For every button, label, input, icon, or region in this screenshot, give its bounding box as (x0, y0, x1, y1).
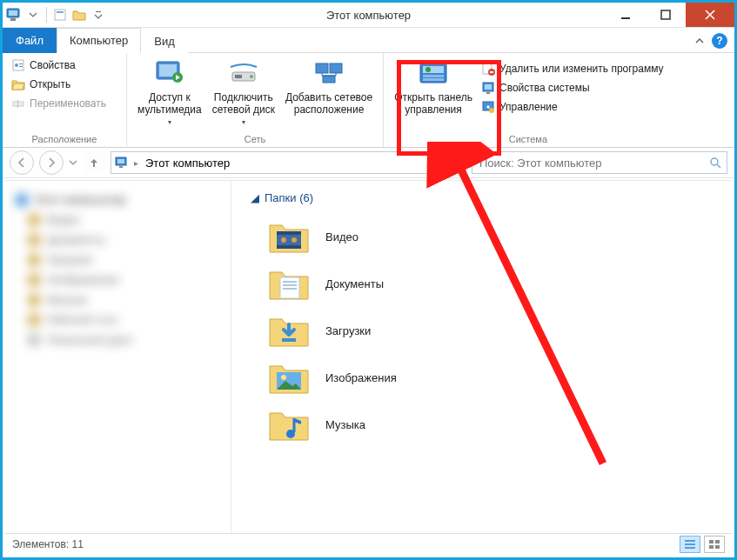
tab-view[interactable]: Вид (141, 29, 188, 53)
search-box[interactable] (472, 151, 727, 174)
search-input[interactable] (478, 156, 704, 170)
svg-rect-59 (715, 545, 720, 549)
tab-computer[interactable]: Компьютер (57, 28, 141, 53)
svg-rect-46 (283, 281, 297, 283)
refresh-icon[interactable] (443, 157, 462, 169)
svg-rect-57 (715, 540, 720, 543)
folder-item[interactable]: Видео (242, 213, 721, 260)
svg-rect-58 (709, 545, 714, 549)
svg-rect-10 (19, 63, 23, 64)
folder-item[interactable]: Загрузки (242, 307, 721, 354)
svg-rect-4 (57, 11, 64, 13)
svg-rect-33 (486, 92, 490, 94)
minimize-button[interactable] (606, 3, 646, 27)
folder-label: Документы (325, 277, 384, 290)
manage-button[interactable]: Управление (478, 98, 667, 116)
folder-item[interactable]: Документы (242, 260, 721, 307)
view-details-button[interactable] (680, 536, 700, 553)
svg-rect-7 (661, 10, 670, 19)
svg-point-51 (281, 375, 286, 380)
svg-rect-42 (277, 245, 301, 249)
svg-rect-13 (17, 100, 18, 108)
control-panel-icon (419, 58, 448, 88)
media-access-button[interactable]: Доступ к мультимедиа ▾ (132, 55, 207, 129)
svg-rect-26 (423, 75, 444, 77)
folder-music-icon (268, 406, 310, 443)
chevron-down-icon: ▾ (168, 117, 171, 129)
qat-dropdown-icon[interactable] (90, 7, 106, 23)
svg-rect-18 (235, 75, 242, 78)
folder-label: Видео (325, 230, 358, 243)
network-location-icon (314, 58, 344, 88)
maximize-button[interactable] (646, 3, 686, 27)
svg-point-44 (291, 237, 297, 243)
this-pc-icon (115, 157, 129, 169)
svg-rect-54 (685, 543, 695, 545)
svg-rect-6 (621, 17, 630, 19)
svg-rect-55 (685, 547, 695, 549)
close-button[interactable] (686, 3, 734, 27)
folder-item[interactable]: Музыка (242, 401, 721, 448)
tab-file[interactable]: Файл (3, 28, 57, 53)
svg-rect-1 (9, 10, 17, 16)
svg-point-9 (15, 63, 18, 67)
folder-pictures-icon (268, 359, 310, 396)
nav-back-button[interactable] (10, 150, 34, 175)
folder-videos-icon (268, 218, 310, 255)
open-control-panel-button[interactable]: Открыть панель управления (389, 55, 478, 116)
quick-access-dropdown[interactable] (25, 7, 41, 23)
this-pc-icon (6, 7, 22, 23)
properties-button[interactable]: Свойства (8, 57, 110, 74)
group-system-label: Система (389, 132, 667, 146)
rename-button: Переименовать (8, 95, 110, 112)
folders-section-header[interactable]: ◢ Папки (6) (251, 191, 721, 204)
chevron-down-icon: ▾ (242, 117, 245, 129)
view-large-icons-button[interactable] (704, 536, 725, 553)
svg-rect-49 (282, 338, 296, 342)
help-icon[interactable]: ? (712, 33, 727, 49)
open-button[interactable]: Открыть (8, 76, 110, 93)
svg-point-43 (281, 237, 286, 243)
address-input[interactable] (144, 156, 424, 170)
svg-rect-30 (490, 71, 493, 73)
folder-label: Изображения (325, 371, 397, 384)
address-dropdown-icon[interactable] (429, 158, 438, 167)
svg-rect-22 (323, 76, 335, 83)
breadcrumb-chevron-icon[interactable]: ▸ (134, 158, 138, 168)
system-properties-button[interactable]: Свойства системы (478, 79, 667, 97)
collapse-arrow-icon[interactable]: ◢ (251, 191, 259, 204)
folder-documents-icon (268, 265, 310, 302)
group-network-label: Сеть (132, 132, 378, 146)
svg-point-35 (489, 108, 494, 113)
group-location-label: Расположение (8, 132, 121, 146)
svg-point-25 (425, 67, 431, 72)
folder-item[interactable]: Изображения (242, 354, 721, 401)
map-drive-button[interactable]: Подключить сетевой диск ▾ (207, 55, 280, 129)
nav-up-button[interactable] (83, 151, 105, 174)
drive-icon (229, 58, 258, 88)
qat-properties-icon[interactable] (52, 7, 68, 23)
search-icon[interactable] (709, 157, 721, 169)
media-icon (155, 58, 184, 88)
svg-rect-20 (316, 63, 328, 73)
svg-point-52 (286, 430, 295, 438)
navigation-pane[interactable]: Этот компьютер Видео Документы Загрузки … (5, 181, 231, 534)
content-pane[interactable]: ◢ Папки (6) Видео Документы Загрузки Изо… (231, 181, 732, 534)
add-network-location-button[interactable]: Добавить сетевое расположение (280, 55, 378, 116)
svg-rect-48 (283, 288, 297, 290)
svg-point-19 (250, 75, 253, 78)
svg-rect-37 (117, 159, 124, 163)
address-bar[interactable]: ▸ (111, 151, 466, 174)
svg-rect-27 (423, 78, 444, 81)
nav-forward-button[interactable] (39, 150, 64, 175)
svg-rect-21 (330, 63, 342, 73)
ribbon-collapse-icon[interactable] (694, 36, 705, 46)
svg-rect-56 (709, 540, 714, 543)
svg-rect-41 (277, 231, 301, 235)
qat-new-folder-icon[interactable] (71, 7, 87, 23)
nav-history-dropdown[interactable] (69, 158, 77, 167)
folder-downloads-icon (268, 312, 310, 349)
svg-rect-32 (485, 84, 492, 90)
svg-rect-38 (119, 166, 123, 168)
uninstall-program-button[interactable]: Удалить или изменить программу (478, 60, 667, 77)
